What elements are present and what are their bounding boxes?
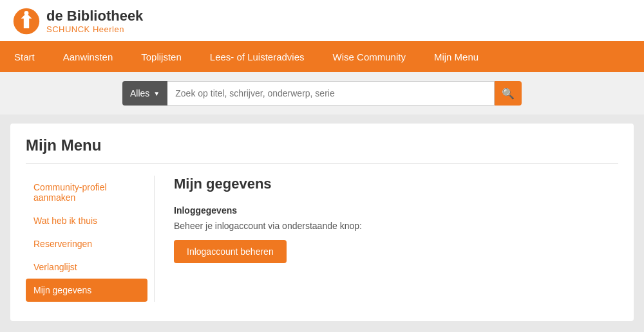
logo: de Bibliotheek SCHUNCK Heerlen [13,8,143,35]
nav-item-wise-community[interactable]: Wise Community [319,41,420,72]
content-heading: Mijn gegevens [174,176,618,192]
nav-item-lees-of-luisteradvies[interactable]: Lees- of Luisteradvies [196,41,319,72]
sidebar: Community-profiel aanmaken Wat heb ik th… [26,176,155,302]
search-bar: Alles ▼ 🔍 [0,72,644,115]
search-wrapper: Alles ▼ 🔍 [122,81,522,106]
main-card: Mijn Menu Community-profiel aanmaken Wat… [10,124,634,321]
logo-subtitle: SCHUNCK Heerlen [46,24,143,34]
sidebar-item-wat-heb-ik-thuis[interactable]: Wat heb ik thuis [26,209,147,232]
search-button[interactable]: 🔍 [495,81,522,106]
sidebar-item-reserveringen[interactable]: Reserveringen [26,232,147,255]
header: de Bibliotheek SCHUNCK Heerlen [0,0,644,41]
main-nav: Start Aanwinsten Toplijsten Lees- of Lui… [0,41,644,72]
section-label: Inloggegevens [174,205,618,216]
sidebar-item-community-profiel[interactable]: Community-profiel aanmaken [26,176,147,209]
search-filter-dropdown[interactable]: Alles ▼ [122,81,167,106]
logo-icon [13,8,40,35]
search-icon: 🔍 [502,88,515,100]
content-layout: Community-profiel aanmaken Wat heb ik th… [26,176,618,302]
chevron-down-icon: ▼ [153,90,160,97]
inlogaccount-beheren-button[interactable]: Inlogaccount beheren [174,240,287,263]
svg-point-2 [24,11,29,15]
nav-item-toplijsten[interactable]: Toplijsten [127,41,196,72]
nav-item-start[interactable]: Start [0,41,49,72]
main-wrapper: Mijn Menu Community-profiel aanmaken Wat… [0,115,644,330]
section-desc: Beheer je inlogaccount via onderstaande … [174,221,618,231]
logo-text: de Bibliotheek SCHUNCK Heerlen [46,8,143,33]
search-filter-label: Alles [130,88,149,98]
search-input[interactable] [167,81,495,106]
sidebar-item-verlanglijst[interactable]: Verlanglijst [26,255,147,279]
page-title: Mijn Menu [26,136,618,164]
content-area: Mijn gegevens Inloggegevens Beheer je in… [155,176,618,302]
logo-title: de Bibliotheek [46,8,143,24]
nav-item-mijn-menu[interactable]: Mijn Menu [420,41,493,72]
nav-item-aanwinsten[interactable]: Aanwinsten [49,41,128,72]
sidebar-item-mijn-gegevens[interactable]: Mijn gegevens [26,279,147,302]
